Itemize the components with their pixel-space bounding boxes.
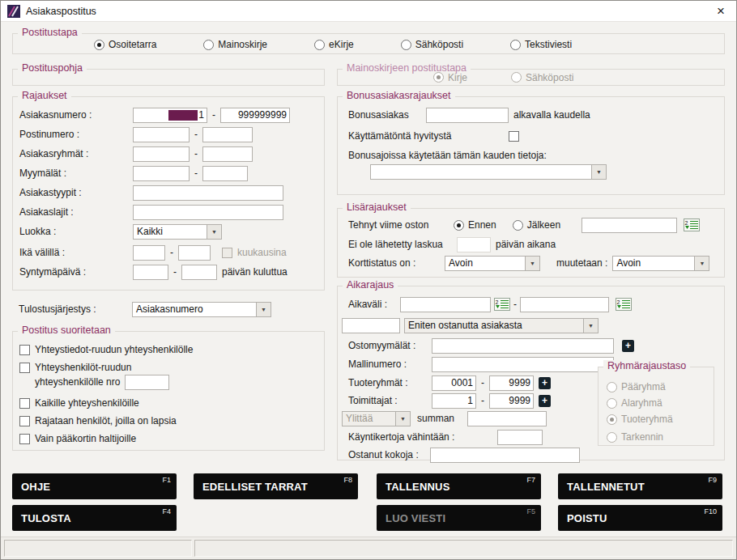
asiakaslajit-input[interactable]: [133, 205, 283, 220]
asiakastyypit-input[interactable]: [133, 185, 283, 201]
radio-alaryhma[interactable]: Alaryhmä: [607, 397, 662, 409]
tulostusjarjestys-select[interactable]: Asiakasnumero ▼: [132, 302, 271, 317]
asiakaspostitus-window: Asiakaspostitus × Postitustapa Osoitetar…: [0, 0, 737, 560]
field-suffix: alkavalla kaudella: [513, 109, 590, 121]
radio-tarkennin[interactable]: Tarkennin: [607, 431, 663, 443]
myymalat-from-input[interactable]: [133, 166, 190, 181]
status-bar: [1, 537, 736, 559]
yhteyshenkilo-nro-input[interactable]: [125, 375, 169, 390]
ohje-button[interactable]: OHJE F1: [12, 473, 177, 499]
hyvitys-checkbox[interactable]: [509, 131, 519, 142]
tehnyt-date-input[interactable]: [582, 218, 677, 233]
radio-label: eKirje: [329, 39, 354, 50]
asiakasnumero-to-input[interactable]: [220, 108, 290, 123]
select-value: Eniten ostanutta asiakasta: [408, 320, 522, 331]
radio-tekstiviesti[interactable]: Tekstiviesti: [510, 39, 572, 50]
summa-input[interactable]: [467, 411, 547, 426]
toimittajat-from-input[interactable]: [432, 393, 476, 409]
status-panel: [194, 540, 733, 557]
tallennetut-button[interactable]: TALLENNETUT F9: [558, 473, 722, 499]
button-label: POISTU: [567, 512, 607, 524]
kuukausina-checkbox[interactable]: [222, 248, 232, 258]
bonuskausi-select[interactable]: ▼: [370, 164, 607, 180]
calendar-icon[interactable]: 2: [616, 298, 632, 311]
add-toimittajat-button[interactable]: +: [539, 395, 551, 407]
mainoskirje-tapa-group: Mainoskirjeen postitustapa Kirje Sähköpo…: [337, 69, 725, 86]
ika-to-input[interactable]: [178, 245, 211, 261]
calendar-icon[interactable]: 2: [684, 218, 700, 231]
paakortti-checkbox[interactable]: [19, 434, 30, 444]
postinumero-to-input[interactable]: [202, 127, 253, 142]
tallennus-button[interactable]: TALLENNUS F7: [377, 473, 541, 499]
radio-ekirje[interactable]: eKirje: [314, 39, 354, 50]
myymalat-to-input[interactable]: [202, 166, 248, 181]
radio-paaryhma[interactable]: Pääryhmä: [607, 381, 666, 392]
field-label: muutetaan :: [556, 257, 607, 269]
mallinumero-input[interactable]: [432, 357, 614, 372]
tuoteryhmat-to-input[interactable]: [489, 375, 534, 391]
muutetaan-select[interactable]: Avoin ▼: [612, 256, 709, 271]
radio-sahkoposti-mainos[interactable]: Sähköposti: [511, 72, 573, 83]
asiakasnumero-from-input[interactable]: 1: [133, 108, 207, 123]
range-dash: -: [481, 377, 484, 388]
lapsia-checkbox[interactable]: [19, 416, 30, 426]
luokka-select[interactable]: Kaikki ▼: [133, 224, 222, 240]
ika-from-input[interactable]: [133, 245, 165, 261]
yhteyshenkilot-checkbox[interactable]: [19, 363, 30, 373]
toimittajat-to-input[interactable]: [489, 393, 534, 409]
field-label: Ostanut kokoja :: [348, 449, 425, 460]
radio-label: Tuoteryhmä: [621, 414, 673, 425]
fkey-label: F10: [704, 507, 717, 515]
postitustapa-group: Postitustapa Osoitetarra Mainoskirje eKi…: [12, 33, 725, 54]
svg-text:2: 2: [617, 299, 620, 305]
ylittaa-select[interactable]: Ylittää ▼: [342, 411, 411, 426]
range-dash: -: [170, 247, 173, 258]
eniten-select[interactable]: Eniten ostanutta asiakasta ▼: [404, 318, 599, 333]
field-label: Bonusajoissa käytetään tämän kauden tiet…: [348, 150, 547, 161]
bonusasiakas-input[interactable]: [426, 108, 509, 123]
korttistatus-select[interactable]: Avoin ▼: [445, 256, 540, 271]
syntymapaiva-to-input[interactable]: [181, 265, 217, 280]
radio-jalkeen[interactable]: Jälkeen: [513, 219, 560, 231]
radio-mainoskirje[interactable]: Mainoskirje: [203, 39, 267, 50]
titlebar[interactable]: Asiakaspostitus ×: [1, 1, 736, 22]
yhteystiedot-checkbox[interactable]: [19, 345, 30, 355]
radio-sahkoposti[interactable]: Sähköposti: [401, 39, 463, 50]
close-icon[interactable]: ×: [712, 2, 730, 20]
radio-tuoteryhma[interactable]: Tuoteryhmä: [607, 414, 673, 425]
add-ostomyymalat-button[interactable]: +: [622, 340, 634, 352]
radio-kirje[interactable]: Kirje: [433, 72, 467, 83]
add-tuoteryhmat-button[interactable]: +: [539, 377, 551, 389]
radio-icon: [511, 72, 522, 83]
field-label: Käyntikertoja vähintään :: [348, 431, 492, 443]
laskua-paivat-input[interactable]: [457, 237, 491, 252]
kayntikerrat-input[interactable]: [497, 430, 543, 445]
edelliset-tarrat-button[interactable]: EDELLISET TARRAT F8: [194, 473, 358, 499]
button-label: OHJE: [21, 481, 50, 493]
group-title: Lisärajaukset: [343, 202, 411, 213]
chevron-down-icon: ▼: [256, 303, 271, 316]
calendar-icon[interactable]: 2: [494, 298, 510, 311]
kaikille-checkbox[interactable]: [19, 398, 30, 409]
ostomyymalat-input[interactable]: [432, 338, 614, 354]
syntymapaiva-from-input[interactable]: [133, 265, 168, 280]
asiakasryhmat-to-input[interactable]: [202, 146, 253, 162]
poistu-button[interactable]: POISTU F10: [558, 505, 722, 531]
radio-label: Kirje: [448, 72, 467, 83]
radio-ennen[interactable]: Ennen: [454, 219, 496, 231]
aikavali-from-input[interactable]: [400, 297, 491, 312]
radio-label: Tarkennin: [621, 431, 663, 443]
asiakasryhmat-from-input[interactable]: [133, 146, 190, 162]
field-label: Asiakastyypit :: [19, 187, 128, 198]
maara-input[interactable]: [342, 318, 400, 333]
tuoteryhmat-from-input[interactable]: [432, 375, 476, 391]
tulosta-button[interactable]: TULOSTA F4: [12, 505, 177, 531]
radio-osoitetarra[interactable]: Osoitetarra: [94, 39, 156, 50]
postinumero-from-input[interactable]: [133, 127, 190, 142]
radio-icon: [94, 40, 104, 50]
group-title: Postitus suoritetaan: [18, 325, 115, 336]
aikavali-to-input[interactable]: [520, 297, 609, 312]
ostanut-kokoja-input[interactable]: [430, 448, 580, 463]
range-dash: -: [513, 299, 517, 310]
range-dash: -: [173, 266, 177, 278]
